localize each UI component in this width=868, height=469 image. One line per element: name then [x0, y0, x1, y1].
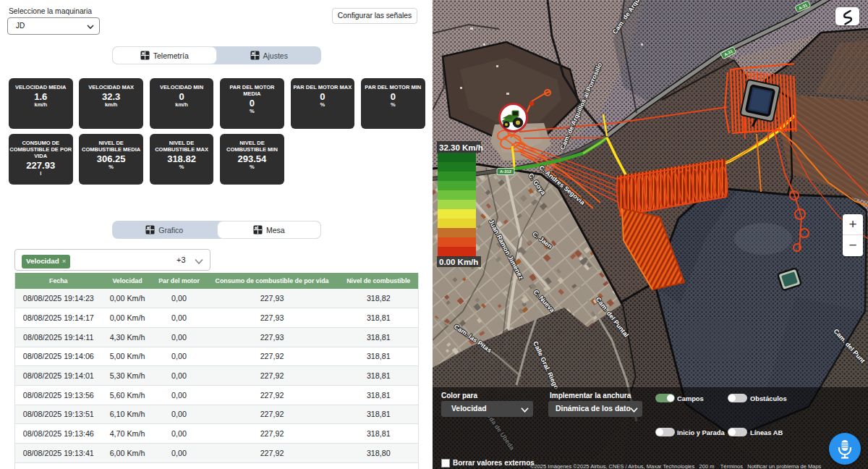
svg-text:0.00 Km/h: 0.00 Km/h [439, 258, 478, 266]
svg-text:A-312: A-312 [500, 169, 511, 174]
svg-text:32.30 Km/h: 32.30 Km/h [439, 143, 483, 152]
